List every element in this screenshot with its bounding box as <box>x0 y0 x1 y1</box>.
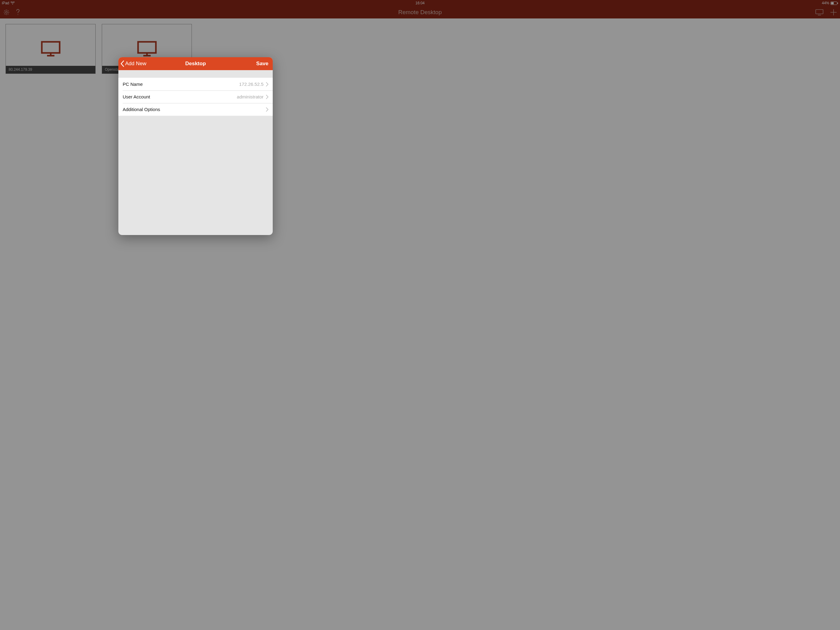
row-label: Additional Options <box>123 107 160 112</box>
settings-list: PC Name 172.26.52.5 User Account adminis… <box>118 78 273 116</box>
row-label: User Account <box>123 94 150 99</box>
pc-name-row[interactable]: PC Name 172.26.52.5 <box>118 78 273 90</box>
modal-body: PC Name 172.26.52.5 User Account adminis… <box>118 70 273 116</box>
modal-header: Add New Desktop Save <box>118 57 273 70</box>
user-account-row[interactable]: User Account administrator <box>118 90 273 103</box>
back-button[interactable]: Add New <box>120 60 146 67</box>
save-button[interactable]: Save <box>256 60 268 67</box>
additional-options-row[interactable]: Additional Options <box>118 103 273 116</box>
back-label: Add New <box>125 60 146 67</box>
chevron-left-icon <box>120 60 125 67</box>
chevron-right-icon <box>266 108 268 112</box>
row-value: administrator <box>237 94 266 99</box>
row-label: PC Name <box>123 82 143 87</box>
chevron-right-icon <box>266 95 268 99</box>
row-value: 172.26.52.5 <box>239 82 266 87</box>
desktop-settings-modal: Add New Desktop Save PC Name 172.26.52.5… <box>118 57 273 235</box>
chevron-right-icon <box>266 82 268 86</box>
